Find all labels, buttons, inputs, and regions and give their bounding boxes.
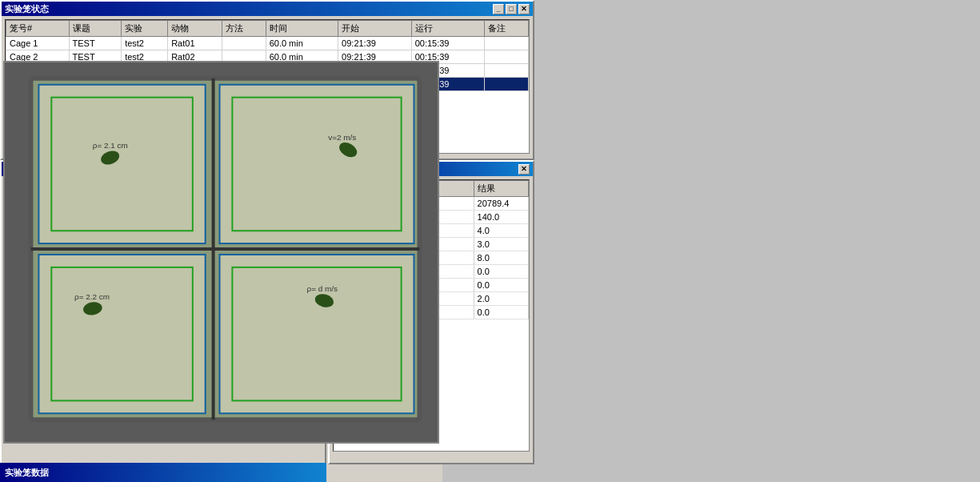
cage-cell-8	[485, 64, 529, 78]
cage-cell-4	[222, 37, 266, 50]
cage-cell-8	[485, 37, 529, 50]
vars-col-result: 结果	[474, 181, 528, 197]
status-bar: 实验笼数据	[0, 463, 326, 482]
cage-cell-6: 09:21:39	[338, 37, 412, 50]
svg-rect-8	[220, 85, 414, 243]
vars-cell-2: 0.0	[474, 306, 528, 319]
variables-close[interactable]: ✕	[518, 164, 530, 175]
vars-cell-2: 3.0	[474, 238, 528, 251]
cage-table-row[interactable]: Cage 1TESTtest2Rat0160.0 min09:21:3900:1…	[6, 37, 529, 50]
cage-cell-8	[485, 50, 529, 64]
col-run: 运行	[411, 21, 485, 37]
cage-cell-7: 00:15:39	[411, 37, 485, 50]
vars-cell-2: 20789.4	[474, 197, 528, 211]
vars-cell-2: 4.0	[474, 224, 528, 238]
vars-cell-2: 2.0	[474, 292, 528, 306]
svg-rect-16	[220, 255, 414, 413]
svg-rect-4	[38, 85, 205, 243]
col-task: 课题	[69, 21, 122, 37]
cage-status-title: 实验笼状态	[5, 3, 49, 15]
status-text: 实验笼数据	[5, 467, 49, 479]
cage-visualization: ρ= 2.1 cm v=2 m/s ρ= 2.2 cm ρ= d m/s	[5, 62, 438, 442]
vars-cell-2: 8.0	[474, 251, 528, 265]
cage-cell-0: Cage 1	[6, 37, 70, 50]
col-animal: 动物	[168, 21, 222, 37]
titlebar-buttons: _ □ ✕	[493, 4, 530, 14]
cage-cell-2: test2	[122, 37, 168, 50]
svg-text:ρ= 2.1 cm: ρ= 2.1 cm	[93, 141, 128, 150]
channel-video: ρ= 2.1 cm v=2 m/s ρ= 2.2 cm ρ= d m/s	[3, 61, 439, 444]
svg-text:ρ= 2.2 cm: ρ= 2.2 cm	[74, 292, 110, 301]
cage-cell-1: TEST	[69, 37, 122, 50]
cage-cell-8	[485, 78, 529, 91]
col-exp: 实验	[122, 21, 168, 37]
minimize-button[interactable]: _	[493, 4, 504, 14]
close-button[interactable]: ✕	[518, 4, 530, 14]
vars-cell-2: 140.0	[474, 211, 528, 224]
col-time: 时间	[266, 21, 338, 37]
cage-status-titlebar: 实验笼状态 _ □ ✕	[2, 2, 533, 16]
col-method: 方法	[222, 21, 266, 37]
col-note: 备注	[485, 21, 529, 37]
cage-cell-5: 60.0 min	[266, 37, 338, 50]
channel-window: 通道-1 帧速: 9.4 fps Analysis Time: 68 ms 原始…	[0, 0, 442, 482]
variables-titlebar-buttons: ✕	[518, 164, 530, 175]
vars-cell-2: 0.0	[474, 265, 528, 279]
vars-cell-2: 0.0	[474, 279, 528, 292]
svg-text:v=2 m/s: v=2 m/s	[328, 133, 356, 142]
maximize-button[interactable]: □	[506, 4, 517, 14]
video-inner: ρ= 2.1 cm v=2 m/s ρ= 2.2 cm ρ= d m/s	[5, 62, 438, 442]
col-cage: 笼号#	[6, 21, 70, 37]
col-start: 开始	[338, 21, 412, 37]
cage-cell-3: Rat01	[168, 37, 222, 50]
svg-rect-12	[38, 255, 205, 413]
svg-text:ρ= d m/s: ρ= d m/s	[307, 284, 338, 293]
